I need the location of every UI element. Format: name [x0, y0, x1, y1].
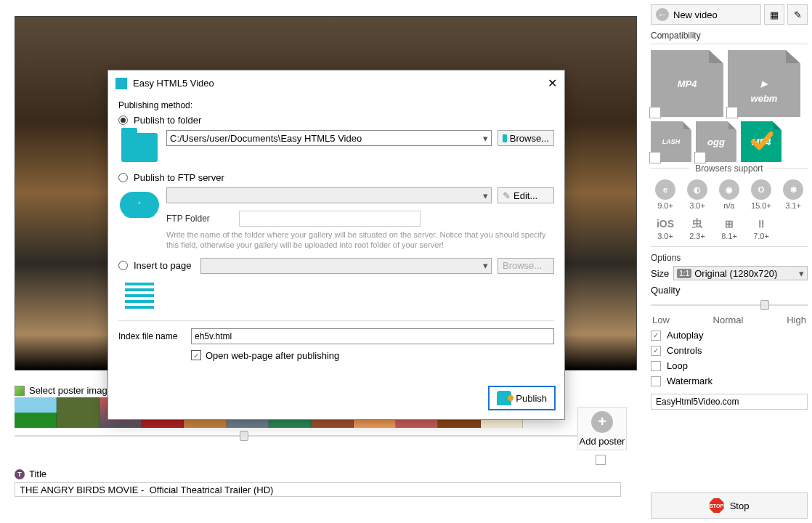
firefox-icon: ◉	[719, 179, 739, 200]
autoplay-label: Autoplay	[667, 330, 704, 341]
ftp-folder-label: FTP Folder	[166, 214, 233, 224]
back-arrow-icon: ←	[656, 8, 669, 21]
close-button[interactable]: ✕	[548, 76, 557, 90]
poster-scrub-slider[interactable]	[15, 431, 621, 441]
dialog-title: Easy HTML5 Video	[133, 78, 214, 89]
quality-high-label: High	[787, 315, 806, 325]
quality-low-label: Low	[652, 315, 670, 325]
edit-tool-button[interactable]: ✎	[787, 4, 808, 25]
insert-page-label: Insert to page	[134, 260, 192, 271]
publish-button[interactable]: Publish	[488, 386, 556, 410]
publish-dialog: Easy HTML5 Video ✕ Publishing method: Pu…	[107, 70, 565, 420]
app-logo-icon	[115, 78, 127, 89]
autoplay-checkbox[interactable]	[651, 331, 661, 341]
ios-version: 3.0+	[651, 232, 680, 240]
chevron-down-icon: ▾	[483, 133, 488, 144]
quality-label: Quality	[651, 285, 680, 296]
publishing-method-label: Publishing method:	[118, 100, 554, 110]
slider-handle[interactable]	[240, 431, 248, 441]
chevron-down-icon: ▾	[483, 260, 488, 271]
page-lines-icon	[125, 283, 154, 309]
watermark-checkbox[interactable]	[651, 376, 661, 386]
poster-thumb[interactable]	[15, 397, 57, 428]
compatibility-title: Compatibility	[651, 31, 808, 41]
ftp-help-text: Write the name of the folder where your …	[166, 230, 554, 251]
browsers-support-title: Browsers support	[689, 163, 768, 174]
safari-icon: ✱	[783, 179, 803, 200]
safari-version: 3.1+	[779, 201, 808, 210]
ftp-server-select[interactable]: ▾	[166, 187, 492, 203]
format-webm-card[interactable]: ▶webm	[728, 50, 800, 117]
controls-label: Controls	[667, 345, 702, 356]
browse-page-button[interactable]: Browse...	[498, 258, 554, 274]
publish-button-label: Publish	[516, 393, 547, 404]
format-ogg-checkbox[interactable]	[694, 152, 706, 163]
stop-button[interactable]: STOP Stop	[651, 492, 808, 519]
folder-icon	[503, 134, 507, 142]
publish-ftp-radio[interactable]	[118, 173, 128, 182]
format-mp4-checkbox[interactable]	[649, 107, 661, 118]
new-video-label: New video	[673, 9, 718, 20]
ie-icon: e	[655, 179, 675, 200]
browse-folder-button[interactable]: Browse...	[498, 130, 554, 146]
quality-slider[interactable]	[651, 299, 808, 312]
video-library-button[interactable]: ▦	[764, 4, 784, 25]
ie-version: 9.0+	[651, 201, 680, 210]
add-poster-button[interactable]: + Add poster	[577, 407, 627, 450]
size-badge: 1:1	[677, 269, 691, 278]
publish-ftp-label: Publish to FTP server	[134, 172, 224, 183]
title-icon: T	[15, 469, 25, 479]
size-select[interactable]: 1:1 Original (1280x720) ▾	[673, 266, 808, 280]
ftp-folder-input[interactable]	[239, 211, 421, 227]
index-file-label: Index file name	[118, 331, 185, 341]
controls-checkbox[interactable]	[651, 346, 661, 356]
select-poster-label: Select poster image	[29, 385, 113, 396]
index-file-input[interactable]	[191, 328, 554, 344]
blackberry-version: 7.0+	[747, 232, 776, 240]
folder-path-select[interactable]: C:/Users/user/Documents\Easy HTML5 Video…	[166, 130, 492, 146]
insert-page-radio[interactable]	[118, 261, 128, 270]
opera-version: 15.0+	[747, 201, 776, 210]
title-label: Title	[29, 469, 46, 479]
android-version: 2.3+	[683, 232, 712, 240]
folder-icon	[121, 133, 158, 162]
format-webm-checkbox[interactable]	[726, 107, 738, 118]
windows-icon: ⊞	[715, 216, 744, 232]
opera-icon: O	[751, 179, 771, 200]
quality-normal-label: Normal	[713, 315, 744, 325]
publish-folder-label: Publish to folder	[134, 115, 201, 126]
loop-label: Loop	[667, 360, 688, 371]
add-poster-checkbox[interactable]	[596, 455, 606, 465]
windows-version: 8.1+	[715, 232, 744, 240]
edit-ftp-button[interactable]: ✎Edit...	[498, 187, 554, 203]
stop-label: Stop	[730, 500, 750, 511]
android-icon: ⾍	[683, 216, 712, 232]
wand-icon: ✎	[794, 9, 802, 20]
watermark-label: Watermark	[667, 376, 712, 386]
film-icon: ▦	[770, 9, 779, 20]
poster-swatch-icon	[15, 386, 25, 396]
publish-folder-radio[interactable]	[118, 115, 128, 125]
insert-page-select[interactable]: ▾	[200, 258, 492, 274]
size-value: Original (1280x720)	[694, 268, 777, 279]
watermark-input[interactable]	[651, 394, 808, 410]
add-poster-label: Add poster	[580, 436, 625, 447]
chrome-icon: ◐	[687, 179, 707, 200]
format-flash-checkbox[interactable]	[649, 152, 661, 163]
open-after-checkbox[interactable]	[191, 350, 201, 360]
blackberry-icon: ⁞⁞	[747, 216, 776, 232]
poster-thumb[interactable]	[57, 397, 99, 428]
publish-icon	[497, 391, 511, 405]
open-after-label: Open web-page after publishing	[206, 350, 339, 361]
new-video-button[interactable]: ← New video	[651, 4, 761, 25]
loop-checkbox[interactable]	[651, 361, 661, 371]
stop-icon: STOP	[710, 498, 724, 513]
format-mp4-card[interactable]: MP4	[651, 50, 723, 117]
title-input[interactable]	[15, 482, 621, 497]
options-title: Options	[651, 253, 808, 263]
chevron-down-icon: ▾	[799, 268, 804, 279]
plus-icon: +	[591, 411, 613, 433]
slider-handle[interactable]	[760, 300, 769, 310]
size-label: Size	[651, 268, 669, 279]
ios-icon: iOS	[651, 216, 680, 232]
